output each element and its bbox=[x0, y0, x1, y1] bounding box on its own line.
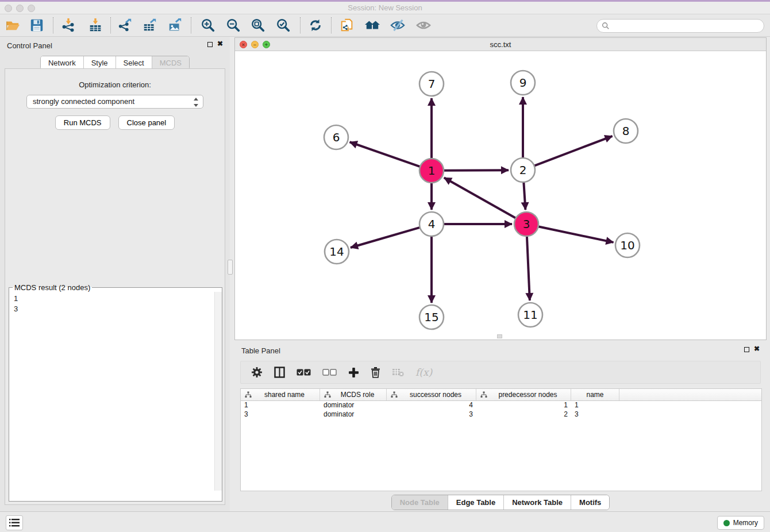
graph-edge-2-8[interactable] bbox=[534, 136, 613, 166]
search-field[interactable] bbox=[596, 19, 764, 33]
zoom-selected-icon[interactable] bbox=[275, 17, 291, 33]
close-panel-icon[interactable]: ✖ bbox=[217, 40, 223, 48]
column-type-icon bbox=[480, 391, 487, 398]
home-network-icon[interactable] bbox=[364, 17, 380, 33]
criterion-select[interactable]: strongly connected component bbox=[26, 95, 203, 109]
graph-node-label-6: 6 bbox=[333, 130, 340, 144]
toolbar-separator bbox=[110, 17, 111, 33]
toolbar-separator bbox=[300, 17, 301, 33]
float-window-icon[interactable] bbox=[744, 347, 749, 352]
tab-motifs[interactable]: Motifs bbox=[571, 495, 609, 510]
graph-edge-3-10[interactable] bbox=[538, 226, 614, 242]
toolbar-separator bbox=[331, 17, 332, 33]
criterion-selected-value: strongly connected component bbox=[33, 97, 134, 106]
clone-network-icon[interactable] bbox=[339, 17, 355, 33]
settings-gear-icon[interactable] bbox=[251, 364, 263, 380]
cell-successor-nodes[interactable]: 3 bbox=[387, 410, 476, 419]
deselect-all-checkboxes-icon[interactable] bbox=[322, 364, 337, 380]
column-header-successor-nodes[interactable]: successor nodes bbox=[387, 389, 476, 400]
column-visibility-icon[interactable] bbox=[274, 364, 285, 380]
table-type-tabs: Node Table Edge Table Network Table Moti… bbox=[234, 495, 767, 510]
status-bar: Memory bbox=[0, 511, 770, 532]
task-history-button[interactable] bbox=[6, 515, 23, 530]
mcds-result-list: 13 bbox=[9, 292, 214, 491]
tab-select[interactable]: Select bbox=[116, 56, 152, 70]
memory-status-icon bbox=[723, 520, 730, 526]
delete-column-trash-icon[interactable] bbox=[371, 364, 380, 380]
graph-node-label-7: 7 bbox=[428, 77, 436, 91]
cell-mcds-role[interactable]: dominator bbox=[320, 401, 387, 410]
graph-edge-1-2[interactable] bbox=[444, 170, 509, 171]
cell-shared-name[interactable]: 1 bbox=[241, 401, 320, 410]
canvas-resize-handle[interactable] bbox=[497, 334, 502, 338]
zoom-in-icon[interactable] bbox=[200, 17, 216, 33]
graph-edge-3-11[interactable] bbox=[527, 236, 530, 300]
table-row[interactable]: 1dominator411 bbox=[241, 401, 761, 410]
graph-node-label-11: 11 bbox=[523, 308, 537, 322]
cell-name[interactable]: 3 bbox=[571, 410, 619, 419]
tab-style[interactable]: Style bbox=[83, 56, 116, 70]
add-column-icon[interactable] bbox=[348, 364, 359, 380]
tab-edge-table[interactable]: Edge Table bbox=[448, 495, 503, 510]
tab-network[interactable]: Network bbox=[41, 56, 83, 70]
save-session-icon[interactable] bbox=[29, 17, 45, 33]
graph-edge-4-14[interactable] bbox=[351, 228, 420, 248]
search-input[interactable] bbox=[613, 20, 764, 32]
cell-name[interactable]: 1 bbox=[571, 401, 619, 410]
zoom-out-icon[interactable] bbox=[225, 17, 241, 33]
column-header-mcds-role[interactable]: MCDS role bbox=[320, 389, 387, 400]
network-window-titlebar[interactable]: × − + scc.txt bbox=[235, 38, 766, 51]
close-panel-icon[interactable]: ✖ bbox=[754, 345, 760, 353]
graph-node-label-15: 15 bbox=[424, 310, 438, 324]
graph-edge-3-1[interactable] bbox=[444, 178, 516, 218]
import-network-icon[interactable] bbox=[60, 17, 76, 33]
titlebar-accent-strip bbox=[0, 0, 770, 2]
float-window-icon[interactable] bbox=[207, 42, 213, 47]
cell-shared-name[interactable]: 3 bbox=[241, 410, 320, 419]
run-mcds-button[interactable]: Run MCDS bbox=[55, 115, 110, 130]
graph-node-label-1: 1 bbox=[428, 164, 436, 178]
tab-node-table[interactable]: Node Table bbox=[392, 495, 448, 510]
show-eye-icon[interactable] bbox=[415, 17, 432, 33]
table-panel: Table Panel ✖ bbox=[234, 342, 767, 511]
export-image-icon[interactable] bbox=[167, 17, 183, 33]
hide-selected-eye-icon[interactable] bbox=[390, 17, 406, 33]
node-table-header-row: shared name MCDS role successor nodes pr… bbox=[241, 389, 761, 401]
cell-predecessor-nodes[interactable]: 1 bbox=[476, 401, 571, 410]
close-panel-button[interactable]: Close panel bbox=[118, 115, 175, 130]
export-network-icon[interactable] bbox=[117, 17, 133, 33]
mcds-result-item: 1 bbox=[14, 294, 209, 304]
control-panel-header: Control Panel ✖ bbox=[0, 37, 230, 54]
import-table-icon[interactable] bbox=[87, 17, 103, 33]
mcds-result-item: 3 bbox=[14, 304, 209, 314]
table-toolbar: f(x) bbox=[240, 361, 761, 384]
open-session-icon[interactable] bbox=[5, 17, 21, 33]
result-scrollbar[interactable] bbox=[214, 292, 222, 491]
optimization-criterion-label: Optimization criterion: bbox=[5, 80, 225, 89]
toolbar-separator bbox=[191, 17, 191, 33]
zoom-fit-icon[interactable] bbox=[250, 17, 266, 33]
column-header-shared-name[interactable]: shared name bbox=[241, 389, 320, 400]
table-row[interactable]: 3dominator323 bbox=[241, 410, 761, 419]
function-builder-icon-disabled: f(x) bbox=[415, 364, 432, 380]
cell-successor-nodes[interactable]: 4 bbox=[387, 401, 476, 410]
memory-button[interactable]: Memory bbox=[717, 516, 764, 530]
graph-node-label-10: 10 bbox=[620, 238, 634, 252]
tab-mcds[interactable]: MCDS bbox=[152, 56, 189, 70]
tab-network-table[interactable]: Network Table bbox=[503, 495, 571, 510]
select-stepper-icon bbox=[193, 97, 199, 107]
graph-edge-2-3[interactable] bbox=[523, 182, 525, 210]
network-graph-canvas[interactable]: 7968124314101511 bbox=[236, 51, 767, 340]
export-table-icon[interactable] bbox=[142, 17, 158, 33]
mcds-result-box: MCDS result (2 nodes) 13 bbox=[9, 283, 222, 502]
network-view-window: × − + scc.txt 7968124314101511 bbox=[234, 37, 767, 340]
panel-splitter-handle[interactable] bbox=[228, 260, 233, 275]
column-header-predecessor-nodes[interactable]: predecessor nodes bbox=[476, 389, 571, 400]
graph-node-label-2: 2 bbox=[519, 163, 527, 177]
select-all-checkboxes-icon[interactable] bbox=[297, 364, 311, 380]
refresh-layout-icon[interactable] bbox=[307, 17, 324, 33]
column-header-name[interactable]: name bbox=[571, 389, 619, 400]
cell-predecessor-nodes[interactable]: 2 bbox=[476, 410, 571, 419]
graph-edge-1-6[interactable] bbox=[350, 142, 421, 167]
cell-mcds-role[interactable]: dominator bbox=[320, 410, 387, 419]
